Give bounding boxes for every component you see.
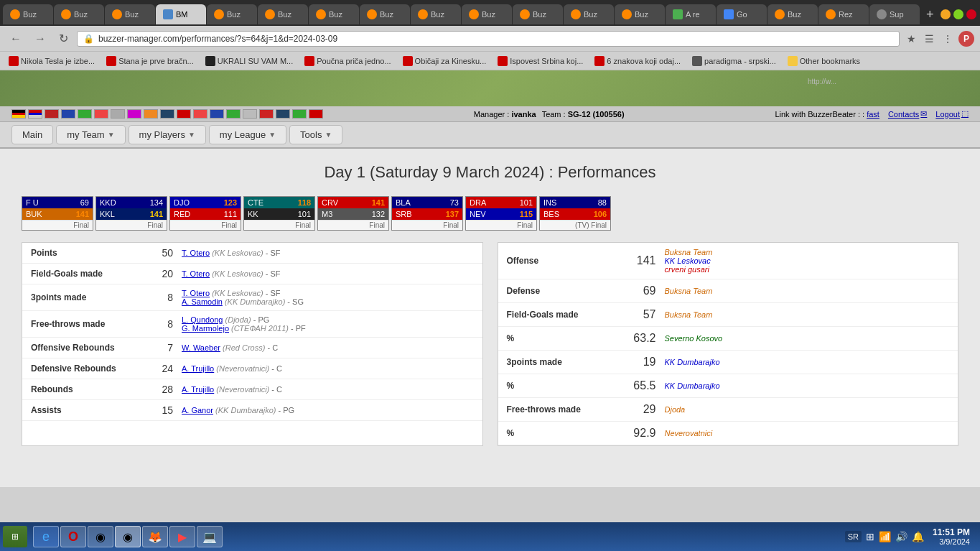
nav-my-players[interactable]: my Players ▼ <box>129 125 206 144</box>
taskbar-ie-button[interactable]: e <box>33 526 59 547</box>
bookmark-paradigma[interactable]: paradigma - srpski... <box>689 55 779 67</box>
tab-buz-11[interactable]: Buz <box>513 4 563 24</box>
bookmark-ukrali[interactable]: UKRALI SU VAM M... <box>202 55 297 67</box>
tab-buz-2[interactable]: Buz <box>54 4 104 24</box>
address-bar[interactable]: 🔒 buzzer-manager.com/performances/?s=64&… <box>77 31 900 47</box>
stats-player-link[interactable]: T. Otero <box>182 249 210 257</box>
settings-button[interactable]: ⋮ <box>940 31 956 47</box>
team-buksna-2: Buksna Team <box>665 287 713 295</box>
refresh-button[interactable]: ↻ <box>55 30 73 47</box>
firefox-icon: 🦊 <box>148 530 162 544</box>
tab-buz-12[interactable]: Buz <box>564 4 614 24</box>
game-3-team1-row: DJO 123 <box>170 197 241 208</box>
tab-are[interactable]: A re <box>666 4 716 24</box>
stats-offense-teams: Buksna Team KK Leskovac crveni gusari <box>665 248 950 274</box>
stats-3pts-player1-link[interactable]: T. Otero <box>182 289 210 297</box>
tab-buz-1[interactable]: Buz <box>3 4 53 24</box>
bookmark-ispovest[interactable]: Ispovest Srbina koj... <box>495 55 586 67</box>
profile-avatar[interactable]: P <box>958 31 974 47</box>
flag-9 <box>144 109 158 119</box>
game-3-final: Final <box>170 220 241 230</box>
team-kk-dumbarajko: KK Dumbarajko <box>665 358 720 366</box>
stats-ast-player-link[interactable]: A. Ganor <box>182 406 213 415</box>
game-6-team2-score: 137 <box>446 210 459 218</box>
tab-buz-6[interactable]: Buz <box>258 4 308 24</box>
new-tab-button[interactable]: + <box>920 7 940 22</box>
game-1-team1-row: F U 69 <box>22 197 93 208</box>
nav-my-team[interactable]: my Team ▼ <box>56 125 125 144</box>
stats-ft-right-value: 29 <box>622 403 665 416</box>
stats-dreb-value: 24 <box>146 363 182 374</box>
tab-buz-7[interactable]: Buz <box>309 4 359 24</box>
bookmark-stana[interactable]: Stana je prve bračn... <box>103 55 197 67</box>
game-7-team1-row: DRA 101 <box>466 197 536 208</box>
stats-ft-player1-link[interactable]: L. Qundong <box>182 315 223 324</box>
nav-my-league[interactable]: my League ▼ <box>209 125 286 144</box>
taskbar-chrome-active-button[interactable]: ◉ <box>115 526 141 547</box>
manager-right-info: Link with BuzzerBeater : : fast Contacts… <box>775 109 969 119</box>
stats-oreb-player-link[interactable]: W. Waeber <box>182 343 220 352</box>
stats-dreb-player: A. Trujillo (Neverovatnici) - C <box>182 364 474 373</box>
taskbar-windows-flag[interactable]: ⊞ <box>864 529 876 544</box>
taskbar-media-button[interactable]: ▶ <box>169 526 195 547</box>
taskbar-file-button[interactable]: 💻 <box>197 526 223 547</box>
bookmark-label: paradigma - srpski... <box>704 57 776 65</box>
tab-bm-active[interactable]: BM <box>156 4 206 24</box>
tab-buz-3[interactable]: Buz <box>105 4 155 24</box>
tab-buz-13[interactable]: Buz <box>615 4 665 24</box>
flag-8 <box>127 109 141 119</box>
flag-4 <box>61 109 75 119</box>
bookmark-label: Običaji za Kinesku... <box>415 57 487 65</box>
game-1-team2-row: BUK 141 <box>22 208 93 220</box>
game-5: CRV 141 M3 132 Final <box>317 196 389 231</box>
bookmark-star-button[interactable]: ★ <box>904 31 919 47</box>
start-button[interactable]: ⊞ <box>3 526 27 547</box>
bookmark-obicaji[interactable]: Običaji za Kinesku... <box>400 55 490 67</box>
stats-3pts-player2-link[interactable]: A. Samodin <box>182 297 223 306</box>
bookmark-nikola-tesla[interactable]: Nikola Tesla je izbe... <box>6 55 98 67</box>
taskbar-volume-icon[interactable]: 🔊 <box>894 529 909 544</box>
tab-go[interactable]: Go <box>717 4 767 24</box>
stats-ft-pct-team: Neverovatnici <box>665 429 950 437</box>
tab-buz-16[interactable]: Buz <box>767 4 818 24</box>
stats-fg-player-link[interactable]: T. Otero <box>182 269 210 278</box>
bookmark-znakovi[interactable]: 6 znakova koji odaj... <box>592 55 683 67</box>
taskbar-chrome-button[interactable]: ◉ <box>88 526 113 547</box>
stats-ast-label: Assists <box>31 405 146 415</box>
stats-fg-pct-row: % 63.2 Severno Kosovo <box>498 327 958 351</box>
taskbar-notification-icon[interactable]: 🔔 <box>910 529 925 544</box>
tab-buz-10[interactable]: Buz <box>462 4 512 24</box>
nav-tools[interactable]: Tools ▼ <box>289 125 342 144</box>
back-button[interactable]: ← <box>6 31 26 47</box>
extension-button[interactable]: ☰ <box>922 31 937 47</box>
bookmark-favicon <box>498 56 508 66</box>
game-5-team1-row: CRV 141 <box>318 197 388 208</box>
taskbar-firefox-button[interactable]: 🦊 <box>142 526 168 547</box>
tab-sup[interactable]: Sup <box>869 4 920 24</box>
contacts-link[interactable]: Contacts ✉ <box>888 109 927 119</box>
taskbar-opera-button[interactable]: O <box>60 526 86 547</box>
stats-dreb-player-link[interactable]: A. Trujillo <box>182 364 214 373</box>
game-7-team1-name: DRA <box>470 198 486 207</box>
tab-rez[interactable]: Rez <box>818 4 869 24</box>
tab-buz-5[interactable]: Buz <box>207 4 257 24</box>
minimize-button[interactable] <box>941 9 951 19</box>
flag-17 <box>276 109 290 119</box>
game-4-final: Final <box>244 220 314 230</box>
maximize-button[interactable] <box>953 9 963 19</box>
game-6-final: Final <box>392 220 462 230</box>
link-speed[interactable]: fast <box>867 110 879 119</box>
forward-button[interactable]: → <box>30 31 50 47</box>
logout-link[interactable]: Logout ⬚ <box>935 109 969 119</box>
nav-main[interactable]: Main <box>11 125 53 144</box>
bookmark-other-folder[interactable]: Other bookmarks <box>785 55 863 67</box>
taskbar-network-icon[interactable]: 📶 <box>877 529 892 544</box>
stats-ft-player2-link[interactable]: G. Marmolejo <box>182 324 229 333</box>
close-button[interactable] <box>966 9 976 19</box>
ie-icon: e <box>42 529 50 545</box>
tab-buz-9[interactable]: Buz <box>411 4 461 24</box>
stats-reb-player-link[interactable]: A. Trujillo <box>182 385 214 394</box>
tab-buz-8[interactable]: Buz <box>360 4 410 24</box>
stats-fg-pct-team: Severno Kosovo <box>665 334 950 343</box>
bookmark-poucna[interactable]: Poučna priča jedno... <box>302 55 393 67</box>
